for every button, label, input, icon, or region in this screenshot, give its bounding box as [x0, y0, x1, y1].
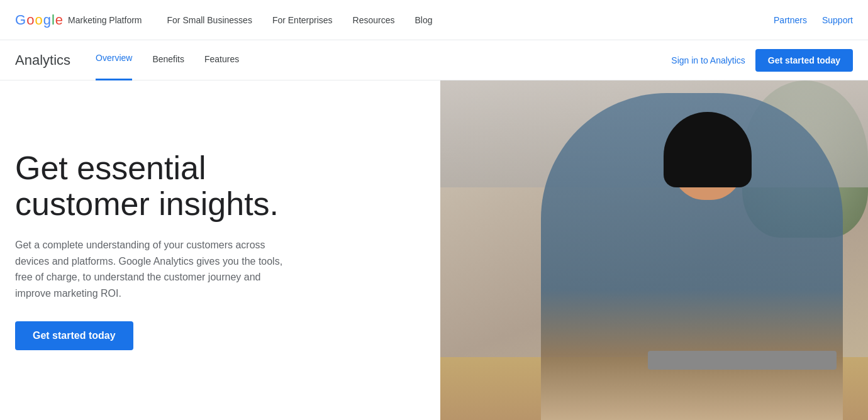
nav-link-support[interactable]: Support [822, 15, 853, 25]
nav-link-partners[interactable]: Partners [774, 15, 807, 25]
hero-title: Get essential customer insights. [15, 150, 292, 222]
top-nav-links: For Small Businesses For Enterprises Res… [167, 15, 774, 25]
sub-navigation: Analytics Overview Benefits Features Sig… [0, 40, 868, 80]
nav-link-enterprises[interactable]: For Enterprises [272, 15, 333, 25]
sub-nav-link-benefits[interactable]: Benefits [152, 40, 184, 80]
sub-nav-link-overview[interactable]: Overview [96, 40, 132, 80]
nav-link-resources[interactable]: Resources [353, 15, 395, 25]
hero-description: Get a complete understanding of your cus… [15, 237, 292, 301]
hero-section: Get essential customer insights. Get a c… [0, 80, 868, 420]
sub-nav-links: Overview Benefits Features [96, 40, 671, 80]
sign-in-analytics-link[interactable]: Sign in to Analytics [671, 55, 745, 65]
hero-content: Get essential customer insights. Get a c… [0, 80, 440, 420]
marketing-platform-label: Marketing Platform [68, 15, 142, 25]
google-g-blue: G [15, 12, 26, 28]
top-nav-right: Partners Support [774, 15, 853, 25]
logo-area: Google Marketing Platform [15, 12, 142, 28]
analytics-brand-label: Analytics [15, 52, 70, 69]
nav-link-small-businesses[interactable]: For Small Businesses [167, 15, 252, 25]
google-o-yellow: o [35, 12, 42, 28]
google-o-red: o [26, 12, 34, 28]
get-started-hero-button[interactable]: Get started today [15, 321, 133, 350]
google-g2-blue: g [43, 12, 51, 28]
sub-nav-right: Sign in to Analytics Get started today [671, 49, 853, 72]
sub-nav-link-features[interactable]: Features [204, 40, 239, 80]
google-l-green: l [52, 12, 55, 28]
nav-link-blog[interactable]: Blog [415, 15, 433, 25]
laptop-shape [648, 351, 837, 370]
get-started-top-button[interactable]: Get started today [755, 49, 853, 72]
top-navigation: Google Marketing Platform For Small Busi… [0, 0, 868, 40]
google-logo: Google [15, 12, 63, 28]
google-e-red: e [55, 12, 63, 28]
